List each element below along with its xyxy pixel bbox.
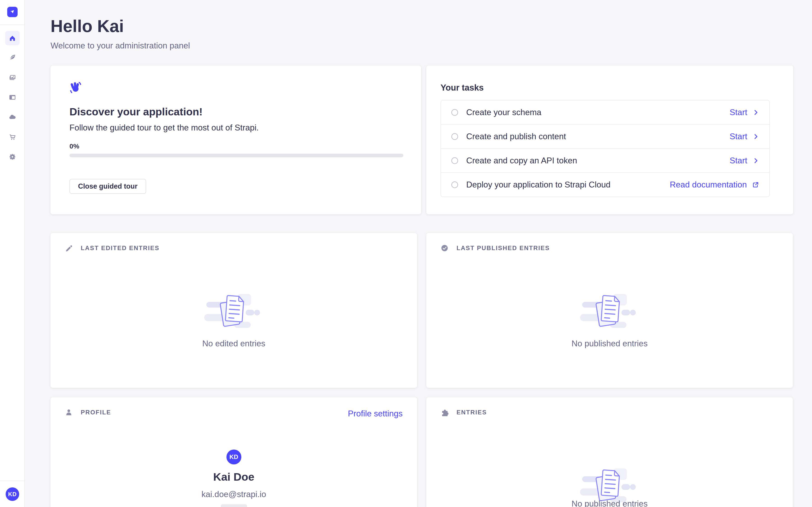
- empty-state-text: No published entries: [426, 339, 793, 348]
- check-circle-icon: [441, 244, 448, 252]
- close-guided-tour-button[interactable]: Close guided tour: [69, 179, 146, 194]
- sidebar-item-home[interactable]: [5, 31, 19, 45]
- sidebar-item-marketplace[interactable]: [5, 130, 19, 144]
- task-label: Create and copy an API token: [466, 156, 577, 165]
- widget-title: LAST EDITED ENTRIES: [81, 245, 159, 252]
- widget-title: ENTRIES: [457, 409, 487, 416]
- task-row-deploy-strapi-cloud[interactable]: Deploy your application to Strapi Cloud …: [441, 173, 769, 196]
- empty-documents-illustration: [203, 290, 264, 334]
- task-status-circle-icon: [451, 133, 458, 140]
- feather-icon: [8, 53, 17, 61]
- home-icon: [8, 34, 17, 42]
- chevron-right-icon: [753, 133, 759, 140]
- discover-title: Discover your application!: [69, 105, 203, 118]
- progress-percentage: 0%: [69, 143, 79, 150]
- pencil-icon: [65, 244, 72, 252]
- layout-icon: [8, 93, 17, 102]
- task-row-create-api-token[interactable]: Create and copy an API token Start: [441, 149, 769, 173]
- sidebar-logo-section: [0, 0, 24, 25]
- discover-description: Follow the guided tour to get the most o…: [69, 123, 259, 132]
- empty-state-text: No edited entries: [51, 339, 417, 348]
- read-documentation-link[interactable]: Read documentation: [670, 180, 759, 189]
- task-status-circle-icon: [451, 109, 458, 116]
- your-tasks-title: Your tasks: [441, 83, 484, 93]
- profile-settings-link[interactable]: Profile settings: [348, 409, 403, 418]
- sidebar-item-content-manager[interactable]: [5, 50, 19, 64]
- profile-avatar: KD: [226, 450, 241, 464]
- cart-icon: [8, 133, 17, 141]
- cloud-icon: [8, 113, 17, 121]
- sidebar: KD: [0, 0, 25, 507]
- sidebar-item-settings[interactable]: [5, 150, 19, 164]
- tasks-list: Create your schema Start Create and publ…: [441, 100, 770, 197]
- puzzle-piece-icon: [441, 408, 448, 416]
- user-avatar[interactable]: KD: [6, 488, 19, 501]
- widget-header: ENTRIES: [441, 408, 487, 416]
- profile-email: kai.doe@strapi.io: [51, 490, 417, 499]
- task-start-link[interactable]: Start: [730, 108, 759, 117]
- task-start-link[interactable]: Start: [730, 156, 759, 165]
- sidebar-item-deploy[interactable]: [5, 110, 19, 124]
- chevron-right-icon: [753, 109, 759, 116]
- task-status-circle-icon: [451, 181, 458, 188]
- images-icon: [8, 73, 17, 82]
- last-published-entries-card: LAST PUBLISHED ENTRIES: [426, 233, 793, 388]
- sidebar-user-section: KD: [0, 481, 24, 507]
- gear-icon: [8, 153, 17, 161]
- widget-header: LAST EDITED ENTRIES: [65, 244, 159, 252]
- widget-title: PROFILE: [81, 409, 111, 416]
- sidebar-item-content-type-builder[interactable]: [5, 90, 19, 105]
- strapi-logo-icon[interactable]: [7, 7, 17, 17]
- widget-header: LAST PUBLISHED ENTRIES: [441, 244, 550, 252]
- empty-documents-illustration: [579, 290, 640, 334]
- person-icon: [65, 408, 72, 416]
- task-action-label: Start: [730, 108, 747, 117]
- widget-header: PROFILE: [65, 408, 111, 416]
- task-start-link[interactable]: Start: [730, 132, 759, 141]
- page-subtitle: Welcome to your administration panel: [51, 41, 190, 51]
- task-row-create-publish-content[interactable]: Create and publish content Start: [441, 125, 769, 149]
- last-edited-entries-card: LAST EDITED ENTRIES: [51, 233, 417, 388]
- task-label: Create your schema: [466, 108, 541, 117]
- task-label: Deploy your application to Strapi Cloud: [466, 180, 611, 189]
- task-row-create-schema[interactable]: Create your schema Start: [441, 101, 769, 125]
- profile-card: PROFILE Profile settings KD Kai Doe kai.…: [51, 397, 417, 507]
- waving-hand-icon: [68, 81, 83, 96]
- widget-title: LAST PUBLISHED ENTRIES: [457, 245, 550, 252]
- external-link-icon: [752, 181, 759, 188]
- entries-card: ENTRIES N: [426, 397, 793, 507]
- empty-state-text: No published entries: [426, 499, 793, 507]
- task-action-label: Read documentation: [670, 180, 747, 189]
- task-status-circle-icon: [451, 157, 458, 164]
- guided-tour-progress-bar: [69, 154, 403, 157]
- sidebar-item-media-library[interactable]: [5, 70, 19, 85]
- profile-role-badge: [221, 504, 247, 507]
- chevron-right-icon: [753, 158, 759, 164]
- task-action-label: Start: [730, 156, 747, 165]
- task-label: Create and publish content: [466, 132, 566, 141]
- page-title: Hello Kai: [51, 16, 124, 36]
- profile-name: Kai Doe: [51, 470, 417, 483]
- task-action-label: Start: [730, 132, 747, 141]
